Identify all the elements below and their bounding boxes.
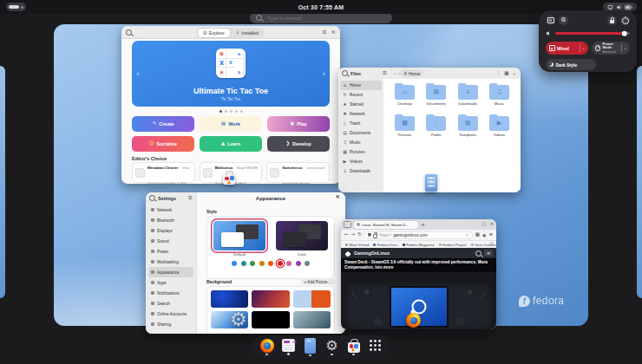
settings-sidebar-item[interactable]: Online Accounts [148,309,193,319]
settings-sidebar-item[interactable]: Apps [148,277,193,288]
volume-knob[interactable] [622,30,628,36]
dock-item-calendar[interactable] [280,339,297,355]
main-menu-icon[interactable]: ≡ [322,29,326,36]
wallpaper-thumbnail[interactable] [211,290,248,308]
category-tile[interactable]: ▲ Learn [200,136,262,152]
chevron-right-icon[interactable]: › [625,46,626,51]
view-options-icon[interactable]: ⌄ [512,71,516,76]
search-icon[interactable] [126,29,132,36]
dock-item-app-grid[interactable] [367,340,383,354]
bookmark-item[interactable]: Most Visited [345,243,369,247]
search-icon[interactable] [149,195,155,201]
grid-view-icon[interactable]: ▦ [504,71,508,76]
browser-tab[interactable]: Linux, SteamOS, Steam D… [354,221,418,229]
accent-color-swatch[interactable] [241,261,246,266]
carousel-prev-icon[interactable]: ‹ [136,70,140,78]
article-headline[interactable]: Steam Deck - SteamOS 3.6 officially out … [341,258,496,272]
kebab-menu-icon[interactable]: ⋮ [496,71,501,76]
bookmarks-overflow-icon[interactable]: » [490,241,493,245]
clock[interactable]: Oct 30 7:55 AM [298,4,344,10]
wallpaper-thumbnail[interactable] [252,290,289,308]
lock-icon[interactable] [373,234,378,238]
firefox-overview-icon[interactable] [406,313,421,328]
search-input[interactable] [265,15,386,22]
window-gnome-software[interactable]: ◎ Explore ↓ Installed ≡ × ‹ › OxxXox Ult… [121,26,340,184]
app-card[interactable]: Metadata Cleaner View and clean metadata… [132,162,195,183]
volume-slider[interactable] [555,32,630,35]
app-menu-icon[interactable]: ≡ [488,232,493,237]
app-card[interactable]: Switcheroo Convert and manipulate images [266,162,330,183]
dock-item-settings[interactable]: ⚙ [324,339,340,356]
settings-sidebar-item[interactable]: Network [148,205,193,215]
settings-sidebar-item[interactable]: Sharing [148,319,193,329]
sidebar-item[interactable]: ❖ Network [340,109,382,119]
bookmark-star-icon[interactable]: ☆ [465,233,468,237]
power-mode-toggle[interactable]: Power Mode Balanced › [592,42,630,55]
tab-installed[interactable]: ↓ Installed [231,29,264,37]
forward-icon[interactable]: → [351,232,356,237]
category-tile[interactable]: ◉ Play [267,116,330,132]
bookmark-item[interactable]: Fedora Docs [373,243,397,247]
tracking-shield-icon[interactable] [368,233,371,237]
settings-button[interactable]: ⚙ [559,16,568,25]
category-tile[interactable]: ▤ Work [200,116,262,132]
folder-item[interactable]: ▶ Videos [485,116,514,145]
sidebar-icon[interactable]: ▦ [475,232,480,237]
sidebar-item[interactable]: ♫ Music [340,138,382,147]
settings-overview-icon[interactable]: ⚙ [230,310,247,329]
accent-color-swatch[interactable] [296,261,301,266]
settings-sidebar-item[interactable]: Bluetooth [148,215,193,225]
accent-color-swatch[interactable] [286,261,292,266]
category-tile[interactable]: ☺ Socialize [132,136,194,152]
accent-color-swatch[interactable] [250,261,255,266]
category-tile[interactable]: ❯ Develop [267,136,330,152]
dark-style-toggle[interactable]: Dark Style [546,59,596,70]
search-icon[interactable] [342,70,348,76]
settings-sidebar-item[interactable]: Notifications [148,288,193,298]
site-search-icon[interactable] [475,250,482,257]
accent-color-swatch[interactable] [278,261,283,266]
adjacent-workspace-right[interactable] [637,66,642,298]
folder-item[interactable]: ∴ Public [422,116,450,145]
hamburger-menu-icon[interactable]: ≡ [383,70,387,76]
bookmark-item[interactable]: Fedora Magazine [403,243,435,247]
style-option-default[interactable]: Default [213,221,265,257]
path-bar[interactable]: ⌂ Home [401,69,424,77]
workspace-indicator[interactable] [6,3,26,11]
chevron-right-icon[interactable]: › [583,46,585,51]
sidebar-item[interactable]: ▯ Trash [340,119,382,128]
folder-item[interactable]: ▭ Desktop [390,85,419,114]
power-button[interactable] [620,16,630,25]
folder-item[interactable]: ♫ Music [485,85,514,114]
bookmark-item[interactable]: Fedora Project [439,243,467,247]
settings-sidebar-item[interactable]: Appearance [148,267,193,277]
settings-sidebar-item[interactable]: Search [148,298,193,309]
sidebar-item[interactable]: ▶ Videos [340,157,382,166]
settings-sidebar-item[interactable]: Power [148,246,193,257]
accent-color-swatch[interactable] [232,261,237,266]
category-tile[interactable]: ✎ Create [132,116,194,132]
folder-item[interactable]: ▦ Pictures [390,116,419,145]
settings-sidebar-item[interactable]: Displays [148,225,193,236]
maximize-icon[interactable]: ▢ [482,222,486,227]
reload-icon[interactable]: ↻ [357,232,362,237]
featured-app-banner[interactable]: ‹ › OxxXox Ultimate Tic Tac Toe Tic Tac … [132,41,330,107]
hamburger-menu-icon[interactable]: ≡ [188,195,193,201]
sidebar-item[interactable]: ▤ Documents [340,128,382,138]
folder-item[interactable]: ▤ Documents [422,85,450,114]
style-option-dark[interactable]: Dark [276,221,328,257]
sidebar-item[interactable]: ▦ Pictures [340,147,382,157]
accent-color-swatch[interactable] [268,261,273,266]
software-overview-icon[interactable] [223,171,235,185]
sidebar-item[interactable]: ★ Starred [340,100,382,109]
new-tab-icon[interactable]: + [421,222,425,227]
wallpaper-thumbnail[interactable] [293,290,331,308]
dock-item-software[interactable] [345,339,362,356]
add-picture-button[interactable]: + Add Picture… [301,278,335,285]
wallpaper-thumbnail[interactable] [252,311,289,328]
sidebar-item[interactable]: ↻ Recent [340,90,382,100]
url-bar[interactable]: https:// gamingonlinux.com ☆ [364,231,473,239]
sidebar-item[interactable]: ↓ Downloads [340,166,382,176]
screenshot-button[interactable] [546,16,555,25]
settings-sidebar-item[interactable]: Multitasking [148,257,193,267]
